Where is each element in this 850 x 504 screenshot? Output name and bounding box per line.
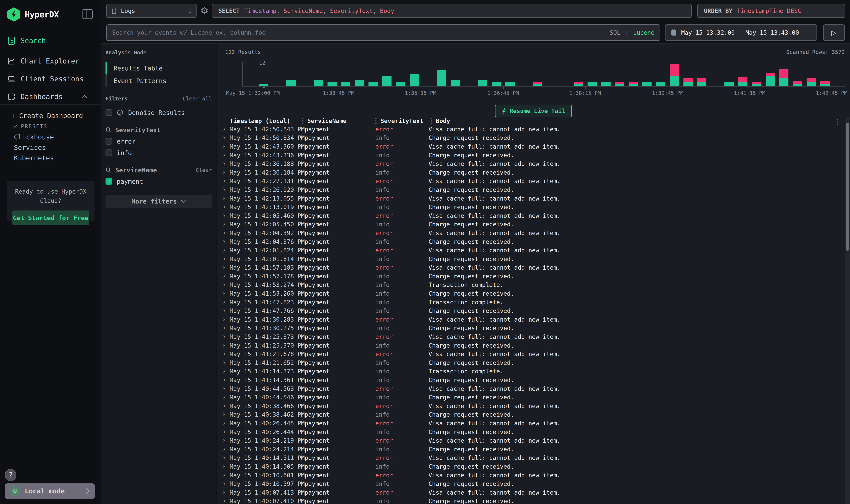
scrollbar-thumb[interactable] [846, 123, 849, 251]
language-toggle[interactable]: SQL | Lucene [610, 29, 654, 36]
table-row[interactable]: May 15 1:42:05.460 PMpaymenterrorVisa ca… [217, 211, 845, 220]
table-row[interactable]: May 15 1:42:26.920 PMpaymentinfoCharge r… [217, 185, 845, 194]
row-expand-chevron-icon[interactable] [222, 128, 225, 131]
filter-option-info[interactable]: info [106, 147, 212, 159]
table-options-kebab-icon[interactable] [837, 119, 842, 125]
row-expand-chevron-icon[interactable] [222, 231, 225, 234]
row-expand-chevron-icon[interactable] [222, 154, 225, 157]
mode-results-table[interactable]: Results Table [106, 62, 212, 74]
table-row[interactable]: May 15 1:42:04.376 PMpaymentinfoCharge r… [217, 237, 845, 246]
table-row[interactable]: May 15 1:40:14.511 PMpaymenterrorVisa ca… [217, 454, 845, 462]
denoise-checkbox[interactable] [106, 109, 112, 116]
row-expand-chevron-icon[interactable] [222, 387, 225, 390]
create-dashboard-button[interactable]: + Create Dashboard [11, 112, 83, 120]
row-expand-chevron-icon[interactable] [222, 327, 225, 330]
table-row[interactable]: May 15 1:42:01.814 PMpaymentinfoCharge r… [217, 255, 845, 263]
row-expand-chevron-icon[interactable] [222, 275, 225, 277]
table-row[interactable]: May 15 1:41:25.370 PMpaymentinfoCharge r… [217, 341, 845, 350]
row-expand-chevron-icon[interactable] [222, 474, 225, 476]
row-expand-chevron-icon[interactable] [222, 240, 225, 243]
column-drag-handle-icon[interactable] [375, 118, 381, 124]
row-expand-chevron-icon[interactable] [222, 188, 225, 191]
table-row[interactable]: May 15 1:41:57.178 PMpaymentinfoCharge r… [217, 272, 845, 281]
clear-servicename-link[interactable]: Clear [196, 167, 212, 173]
local-mode-menu[interactable]: U Local mode [5, 483, 95, 499]
histogram-chart[interactable]: 12 0 May 15 1:32:00 PM1:33:45 PM1:35:15 … [243, 62, 846, 86]
row-expand-chevron-icon[interactable] [222, 171, 225, 174]
table-row[interactable]: May 15 1:41:30.283 PMpaymenterrorVisa ca… [217, 315, 845, 324]
filter-option-error[interactable]: error [106, 136, 212, 147]
row-expand-chevron-icon[interactable] [222, 205, 225, 209]
table-row[interactable]: May 15 1:42:01.824 PMpaymenterrorVisa ca… [217, 246, 845, 255]
col-timestamp[interactable]: Timestamp (Local) [230, 118, 302, 124]
row-expand-chevron-icon[interactable] [222, 223, 225, 226]
table-row[interactable]: May 15 1:40:38.462 PMpaymentinfoCharge r… [217, 410, 845, 419]
table-row[interactable]: May 15 1:41:53.274 PMpaymentinfoTransact… [217, 281, 845, 289]
row-expand-chevron-icon[interactable] [222, 214, 225, 217]
table-row[interactable]: May 15 1:40:44.563 PMpaymenterrorVisa ca… [217, 384, 845, 393]
col-body[interactable]: Body [436, 118, 845, 124]
row-expand-chevron-icon[interactable] [222, 301, 225, 304]
row-expand-chevron-icon[interactable] [222, 249, 225, 252]
search-icon[interactable] [106, 167, 111, 173]
table-row[interactable]: May 15 1:42:50.834 PMpaymentinfoCharge r… [217, 133, 845, 142]
checkbox[interactable] [106, 149, 112, 156]
row-expand-chevron-icon[interactable] [222, 353, 225, 356]
table-row[interactable]: May 15 1:40:24.214 PMpaymentinfoCharge r… [217, 445, 845, 454]
run-query-button[interactable]: ▷ [823, 24, 845, 41]
get-started-button[interactable]: Get Started for Free [12, 211, 89, 225]
denoise-option[interactable]: Denoise Results [106, 107, 212, 119]
col-severitytext[interactable]: SeverityText [381, 118, 431, 124]
table-row[interactable]: May 15 1:40:44.546 PMpaymentinfoCharge r… [217, 393, 845, 402]
row-expand-chevron-icon[interactable] [222, 448, 225, 451]
sidebar-item-chart-explorer[interactable]: Chart Explorer [7, 55, 94, 67]
row-expand-chevron-icon[interactable] [222, 482, 225, 485]
sidebar-item-clickhouse[interactable]: Clickhouse [14, 133, 54, 141]
table-row[interactable]: May 15 1:42:13.055 PMpaymenterrorVisa ca… [217, 194, 845, 203]
filter-option-payment[interactable]: ✓payment [106, 176, 212, 187]
row-expand-chevron-icon[interactable] [222, 137, 225, 139]
table-row[interactable]: May 15 1:41:53.260 PMpaymentinfoCharge r… [217, 289, 845, 298]
table-row[interactable]: May 15 1:40:38.466 PMpaymenterrorVisa ca… [217, 402, 845, 410]
row-expand-chevron-icon[interactable] [222, 309, 225, 312]
more-filters-button[interactable]: More filters [106, 195, 212, 208]
table-row[interactable]: May 15 1:40:26.444 PMpaymentinfoCharge r… [217, 428, 845, 436]
table-row[interactable]: May 15 1:42:36.184 PMpaymentinfoCharge r… [217, 168, 845, 177]
table-row[interactable]: May 15 1:41:30.275 PMpaymentinfoCharge r… [217, 324, 845, 332]
table-row[interactable]: May 15 1:42:04.392 PMpaymenterrorVisa ca… [217, 229, 845, 237]
row-expand-chevron-icon[interactable] [222, 257, 225, 260]
row-expand-chevron-icon[interactable] [222, 465, 225, 468]
table-row[interactable]: May 15 1:41:14.373 PMpaymentinfoTransact… [217, 367, 845, 376]
sql-toggle[interactable]: SQL [610, 29, 620, 36]
table-row[interactable]: May 15 1:41:21.678 PMpaymenterrorVisa ca… [217, 350, 845, 358]
app-logo[interactable]: HyperDX [7, 7, 59, 22]
row-expand-chevron-icon[interactable] [222, 344, 225, 347]
search-input[interactable]: Search your events w/ Lucene ex. column:… [106, 24, 660, 41]
row-expand-chevron-icon[interactable] [222, 335, 225, 338]
sidebar-item-dashboards[interactable]: Dashboards [7, 91, 94, 102]
row-expand-chevron-icon[interactable] [222, 283, 225, 286]
row-expand-chevron-icon[interactable] [222, 430, 225, 433]
sidebar-item-search[interactable]: Search [7, 35, 94, 46]
table-row[interactable]: May 15 1:42:43.336 PMpaymentinfoCharge r… [217, 151, 845, 160]
row-expand-chevron-icon[interactable] [222, 379, 225, 382]
sidebar-item-kubernetes[interactable]: Kubernetes [14, 154, 54, 162]
row-expand-chevron-icon[interactable] [222, 145, 225, 148]
row-expand-chevron-icon[interactable] [222, 361, 225, 364]
row-expand-chevron-icon[interactable] [222, 456, 225, 460]
row-expand-chevron-icon[interactable] [222, 439, 225, 442]
row-expand-chevron-icon[interactable] [222, 491, 225, 494]
table-row[interactable]: May 15 1:42:50.843 PMpaymenterrorVisa ca… [217, 125, 845, 133]
table-row[interactable]: May 15 1:42:13.019 PMpaymentinfoCharge r… [217, 203, 845, 211]
resume-live-tail-button[interactable]: Resume Live Tail [495, 105, 572, 118]
search-icon[interactable] [106, 127, 111, 133]
table-row[interactable]: May 15 1:40:14.505 PMpaymentinfoCharge r… [217, 462, 845, 471]
sidebar-collapse-icon[interactable] [83, 9, 93, 19]
lucene-toggle[interactable]: Lucene [633, 29, 654, 36]
table-row[interactable]: May 15 1:42:05.450 PMpaymentinfoCharge r… [217, 220, 845, 229]
row-expand-chevron-icon[interactable] [222, 404, 225, 408]
table-row[interactable]: May 15 1:42:43.360 PMpaymenterrorVisa ca… [217, 142, 845, 151]
column-drag-handle-icon[interactable] [431, 118, 436, 124]
source-select[interactable]: Logs [106, 4, 197, 18]
table-row[interactable]: May 15 1:40:07.410 PMpaymentinfoCharge r… [217, 497, 845, 504]
